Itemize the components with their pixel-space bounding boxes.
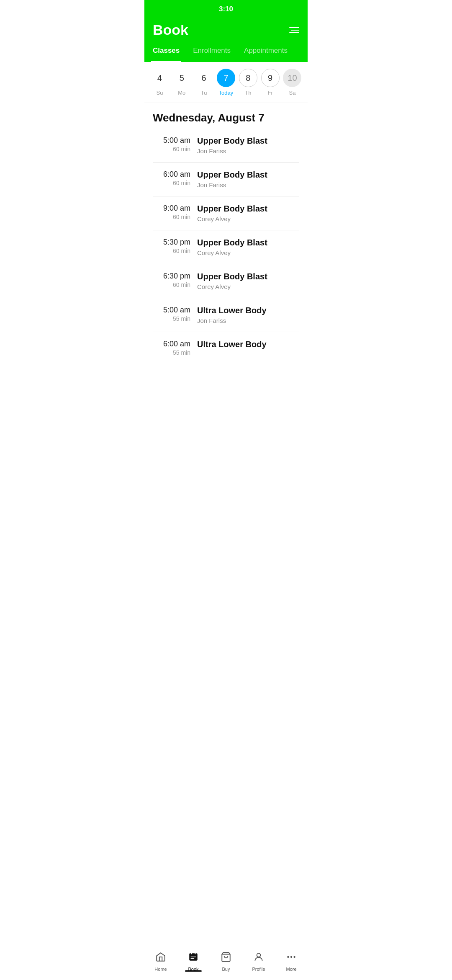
class-time-main: 5:00 am [153, 136, 190, 145]
date-item-10[interactable]: 10 Sa [283, 69, 301, 96]
date-number: 4 [150, 69, 169, 87]
class-info: Upper Body Blast Corey Alvey [197, 238, 299, 256]
class-time-main: 5:00 am [153, 306, 190, 315]
date-label: Mo [178, 90, 185, 96]
class-time-main: 6:00 am [153, 170, 190, 179]
date-item-8[interactable]: 8 Th [239, 69, 257, 96]
date-number: 7 [217, 69, 235, 87]
class-item[interactable]: 6:00 am 55 min Ultra Lower Body [153, 332, 299, 364]
date-item-6[interactable]: 6 Tu [195, 69, 213, 96]
date-number: 9 [261, 69, 280, 87]
page-title: Book [153, 22, 188, 38]
date-item-9[interactable]: 9 Fr [261, 69, 280, 96]
class-name: Upper Body Blast [197, 170, 299, 180]
date-item-5[interactable]: 5 Mo [172, 69, 191, 96]
class-duration: 55 min [153, 349, 190, 356]
class-name: Ultra Lower Body [197, 306, 299, 315]
day-heading: Wednesday, August 7 [144, 103, 308, 129]
class-item[interactable]: 5:00 am 55 min Ultra Lower Body Jon Fari… [153, 298, 299, 332]
class-time: 5:30 pm 60 min [153, 238, 190, 254]
class-info: Upper Body Blast Corey Alvey [197, 204, 299, 222]
class-time: 6:30 pm 60 min [153, 272, 190, 288]
date-label: Sa [289, 90, 296, 96]
date-number: 6 [195, 69, 213, 87]
class-duration: 60 min [153, 214, 190, 220]
class-duration: 60 min [153, 180, 190, 186]
class-time: 6:00 am 60 min [153, 170, 190, 186]
class-item[interactable]: 9:00 am 60 min Upper Body Blast Corey Al… [153, 196, 299, 230]
class-duration: 60 min [153, 281, 190, 288]
class-item[interactable]: 6:30 pm 60 min Upper Body Blast Corey Al… [153, 264, 299, 298]
class-time: 5:00 am 55 min [153, 306, 190, 322]
class-time-main: 6:30 pm [153, 272, 190, 281]
date-number: 8 [239, 69, 257, 87]
date-label: Su [156, 90, 163, 96]
class-name: Upper Body Blast [197, 204, 299, 214]
class-time-main: 9:00 am [153, 204, 190, 213]
class-name: Ultra Lower Body [197, 340, 299, 349]
class-name: Upper Body Blast [197, 136, 299, 146]
status-time: 3:10 [219, 5, 233, 13]
date-label: Th [245, 90, 251, 96]
class-info: Ultra Lower Body Jon Fariss [197, 306, 299, 324]
class-info: Ultra Lower Body [197, 340, 299, 351]
status-bar: 3:10 [144, 0, 308, 18]
class-time-main: 6:00 am [153, 340, 190, 348]
class-item[interactable]: 6:00 am 60 min Upper Body Blast Jon Fari… [153, 162, 299, 196]
class-time-main: 5:30 pm [153, 238, 190, 247]
class-instructor: Corey Alvey [197, 283, 299, 290]
date-item-7[interactable]: 7 Today [217, 69, 235, 96]
class-item[interactable]: 5:30 pm 60 min Upper Body Blast Corey Al… [153, 230, 299, 264]
class-time: 5:00 am 60 min [153, 136, 190, 152]
class-info: Upper Body Blast Jon Fariss [197, 170, 299, 188]
class-instructor: Corey Alvey [197, 215, 299, 222]
date-label: Fr [268, 90, 273, 96]
header: Book [144, 18, 308, 43]
date-item-4[interactable]: 4 Su [150, 69, 169, 96]
date-number: 5 [172, 69, 191, 87]
date-label: Today [219, 90, 234, 96]
class-info: Upper Body Blast Corey Alvey [197, 272, 299, 290]
class-duration: 60 min [153, 248, 190, 254]
class-instructor: Corey Alvey [197, 249, 299, 256]
class-time: 6:00 am 55 min [153, 340, 190, 356]
date-picker: 4 Su 5 Mo 6 Tu 7 Today 8 Th 9 Fr 10 Sa [144, 62, 308, 103]
nav-tabs: Classes Enrollments Appointments [144, 43, 308, 62]
date-label: Tu [201, 90, 207, 96]
tab-enrollments[interactable]: Enrollments [191, 43, 232, 62]
class-duration: 55 min [153, 315, 190, 322]
class-name: Upper Body Blast [197, 238, 299, 248]
class-info: Upper Body Blast Jon Fariss [197, 136, 299, 155]
class-instructor: Jon Fariss [197, 181, 299, 188]
class-instructor: Jon Fariss [197, 147, 299, 155]
class-name: Upper Body Blast [197, 272, 299, 281]
class-time: 9:00 am 60 min [153, 204, 190, 220]
filter-button[interactable] [289, 27, 299, 33]
class-list: 5:00 am 60 min Upper Body Blast Jon Fari… [144, 129, 308, 364]
class-duration: 60 min [153, 146, 190, 152]
class-item[interactable]: 5:00 am 60 min Upper Body Blast Jon Fari… [153, 129, 299, 162]
tab-appointments[interactable]: Appointments [242, 43, 289, 62]
date-number: 10 [283, 69, 301, 87]
class-instructor: Jon Fariss [197, 317, 299, 324]
tab-classes[interactable]: Classes [151, 43, 181, 62]
